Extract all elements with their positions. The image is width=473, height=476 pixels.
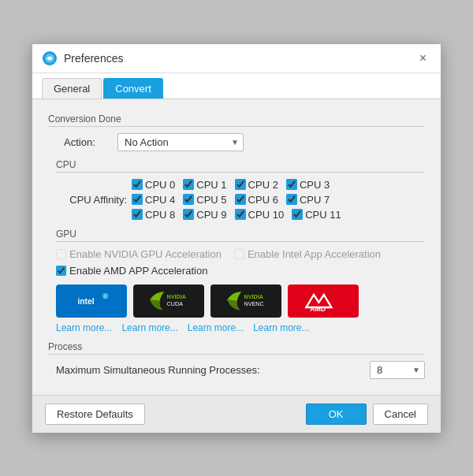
cpu-1-label: CPU 1 — [196, 179, 226, 191]
cpu-6-label: CPU 6 — [248, 194, 278, 206]
svg-text:NVENC: NVENC — [244, 300, 264, 307]
ok-button[interactable]: OK — [306, 403, 367, 425]
svg-text:intel: intel — [77, 297, 94, 306]
intel-app-checkbox[interactable] — [234, 249, 244, 259]
footer-right-buttons: OK Cancel — [306, 403, 428, 425]
section-gpu: GPU Enable NVIDIA GPU Acceleration Enabl… — [48, 229, 425, 333]
amd-label: Enable AMD APP Acceleration — [69, 265, 207, 277]
cpu-10-label: CPU 10 — [248, 209, 285, 221]
learn-more-amd[interactable]: Learn more... — [253, 322, 309, 333]
close-button[interactable]: × — [415, 50, 431, 66]
cpu-11-label: CPU 11 — [305, 209, 341, 221]
cpu-11-checkbox[interactable] — [292, 209, 303, 220]
svg-text:NVIDIA: NVIDIA — [167, 292, 186, 299]
dialog-title: Preferences — [64, 52, 123, 65]
cpu-8-checkbox[interactable] — [132, 209, 143, 220]
title-bar: Preferences × — [32, 44, 441, 73]
cpu-0-item[interactable]: CPU 0 — [132, 179, 175, 191]
cpu-2-label: CPU 2 — [248, 179, 278, 191]
cpu-0-checkbox[interactable] — [132, 179, 143, 190]
gpu-options-row: Enable NVIDIA GPU Acceleration Enable In… — [56, 248, 425, 260]
process-label: Maximum Simultaneous Running Processes: — [56, 364, 260, 376]
nvidia-gpu-label: Enable NVIDIA GPU Acceleration — [69, 248, 222, 260]
nvidia-gpu-option[interactable]: Enable NVIDIA GPU Acceleration — [56, 248, 222, 260]
intel-logo-icon: intel ® — [73, 290, 110, 312]
cpu-7-label: CPU 7 — [300, 194, 330, 206]
section-conversion-done: Conversion Done Action: No Action Open F… — [48, 113, 425, 151]
learn-more-intel[interactable]: Learn more... — [56, 322, 112, 333]
cpu-1-item[interactable]: CPU 1 — [183, 179, 226, 191]
title-bar-left: Preferences — [42, 50, 123, 66]
cpu-8-label: CPU 8 — [145, 209, 175, 221]
learn-more-nvidia-cuda[interactable]: Learn more... — [121, 322, 177, 333]
nvidia-cuda-icon: NVIDIA CUDA — [147, 287, 191, 315]
main-content: Conversion Done Action: No Action Open F… — [32, 99, 441, 395]
cpu-6-checkbox[interactable] — [235, 194, 246, 205]
cpu-4-checkbox[interactable] — [132, 194, 143, 205]
intel-app-option[interactable]: Enable Intel App Acceleration — [234, 248, 381, 260]
logo-cards: intel ® NVIDIA CUDA — [56, 284, 425, 318]
restore-defaults-button[interactable]: Restore Defaults — [45, 403, 145, 425]
cpu-9-label: CPU 9 — [196, 209, 226, 221]
nvidia-nvenc-logo-card[interactable]: NVIDIA NVENC — [210, 284, 281, 318]
cpu-10-checkbox[interactable] — [235, 209, 246, 220]
cpu-5-item[interactable]: CPU 5 — [183, 194, 226, 206]
preferences-dialog: Preferences × General Convert Conversion… — [32, 43, 441, 433]
section-header-conversion-done: Conversion Done — [48, 113, 425, 127]
intel-app-label: Enable Intel App Acceleration — [248, 248, 381, 260]
cpu-row-0: CPU 0 CPU 1 CPU 2 CPU 3 — [56, 179, 425, 191]
cpu-3-item[interactable]: CPU 3 — [286, 179, 330, 191]
cpu-9-checkbox[interactable] — [183, 209, 194, 220]
cpu-6-item[interactable]: CPU 6 — [235, 194, 278, 206]
cpu-items-row2: CPU 8 CPU 9 CPU 10 CPU 11 — [132, 209, 341, 221]
cpu-5-checkbox[interactable] — [183, 194, 194, 205]
action-select[interactable]: No Action Open Folder Shut Down — [117, 133, 244, 151]
nvidia-gpu-checkbox[interactable] — [56, 249, 66, 259]
amd-logo-icon: AMD — [301, 287, 345, 315]
cpu-4-label: CPU 4 — [145, 194, 175, 206]
cpu-0-label: CPU 0 — [145, 179, 175, 191]
tab-general[interactable]: General — [42, 78, 102, 99]
process-select-wrapper: 1 2 4 8 16 ▼ — [370, 361, 425, 379]
cpu-8-item[interactable]: CPU 8 — [132, 209, 175, 221]
cpu-10-item[interactable]: CPU 10 — [235, 209, 285, 221]
cpu-7-checkbox[interactable] — [286, 194, 297, 205]
cpu-affinity-label: CPU Affinity: — [56, 194, 127, 206]
intel-logo-card[interactable]: intel ® — [56, 284, 127, 318]
footer: Restore Defaults OK Cancel — [32, 395, 441, 433]
learn-more-row: Learn more... Learn more... Learn more..… — [56, 322, 425, 333]
amd-checkbox[interactable] — [56, 266, 66, 276]
cpu-7-item[interactable]: CPU 7 — [286, 194, 330, 206]
amd-logo-card[interactable]: AMD — [288, 284, 359, 318]
cpu-row-1: CPU Affinity: CPU 4 CPU 5 CPU 6 CPU 7 — [56, 194, 425, 206]
svg-text:AMD: AMD — [310, 304, 326, 312]
cpu-9-item[interactable]: CPU 9 — [183, 209, 226, 221]
cancel-button[interactable]: Cancel — [373, 403, 428, 425]
svg-text:®: ® — [103, 293, 107, 299]
cpu-row-2: CPU 8 CPU 9 CPU 10 CPU 11 — [56, 209, 425, 221]
section-header-gpu: GPU — [56, 229, 425, 242]
process-select[interactable]: 1 2 4 8 16 — [370, 361, 425, 379]
section-header-cpu: CPU — [56, 159, 425, 173]
svg-text:NVIDIA: NVIDIA — [244, 292, 263, 299]
cpu-3-checkbox[interactable] — [286, 179, 297, 190]
nvidia-cuda-logo-card[interactable]: NVIDIA CUDA — [133, 284, 204, 318]
cpu-3-label: CPU 3 — [300, 179, 330, 191]
tabs-bar: General Convert — [32, 73, 441, 99]
cpu-2-checkbox[interactable] — [235, 179, 246, 190]
cpu-items-row1: CPU 4 CPU 5 CPU 6 CPU 7 — [132, 194, 330, 206]
action-select-wrapper: No Action Open Folder Shut Down ▼ — [117, 133, 244, 151]
learn-more-nvidia-nvenc[interactable]: Learn more... — [188, 322, 244, 333]
nvidia-nvenc-icon: NVIDIA NVENC — [224, 287, 268, 315]
section-process: Process Maximum Simultaneous Running Pro… — [48, 341, 425, 379]
cpu-5-label: CPU 5 — [196, 194, 226, 206]
cpu-1-checkbox[interactable] — [183, 179, 194, 190]
cpu-11-item[interactable]: CPU 11 — [292, 209, 341, 221]
section-cpu: CPU CPU 0 CPU 1 CPU 2 CPU 3 CPU Affinity… — [48, 159, 425, 221]
cpu-4-item[interactable]: CPU 4 — [132, 194, 175, 206]
action-row: Action: No Action Open Folder Shut Down … — [48, 133, 425, 151]
tab-convert[interactable]: Convert — [103, 78, 163, 99]
cpu-2-item[interactable]: CPU 2 — [235, 179, 278, 191]
section-header-process: Process — [48, 341, 425, 355]
amd-option[interactable]: Enable AMD APP Acceleration — [56, 265, 425, 277]
